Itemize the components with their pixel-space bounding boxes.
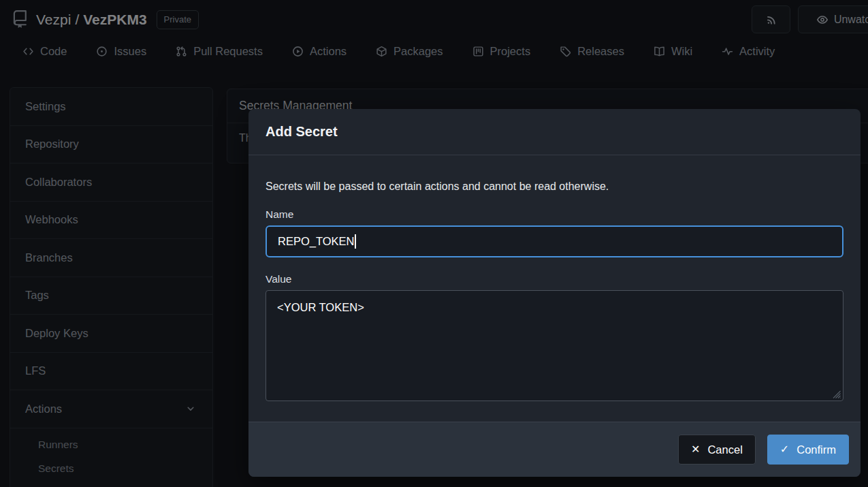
secret-value-textarea[interactable]: <YOUR TOKEN> <box>266 290 843 401</box>
cancel-button[interactable]: ✕ Cancel <box>678 435 756 465</box>
secret-name-value: REPO_TOKEN <box>278 235 354 248</box>
app-window: Vezpi / VezPKM3 Private Unwatch <box>0 0 868 487</box>
check-icon: ✓ <box>780 444 789 455</box>
modal-body: Secrets will be passed to certain action… <box>248 155 861 401</box>
secret-value-text: <YOUR TOKEN> <box>277 301 364 313</box>
modal-title: Add Secret <box>248 109 861 155</box>
text-cursor <box>355 234 356 249</box>
secret-name-input[interactable]: REPO_TOKEN <box>266 225 843 257</box>
confirm-button[interactable]: ✓ Confirm <box>767 435 849 465</box>
confirm-button-label: Confirm <box>797 443 836 456</box>
cancel-button-label: Cancel <box>707 443 742 456</box>
name-field-label: Name <box>266 208 843 221</box>
resize-handle-icon[interactable] <box>832 390 841 399</box>
modal-footer: ✕ Cancel ✓ Confirm <box>248 422 861 477</box>
add-secret-modal: Add Secret Secrets will be passed to cer… <box>248 109 861 477</box>
value-field-label: Value <box>266 273 843 285</box>
close-icon: ✕ <box>691 444 700 455</box>
modal-description: Secrets will be passed to certain action… <box>266 180 843 193</box>
